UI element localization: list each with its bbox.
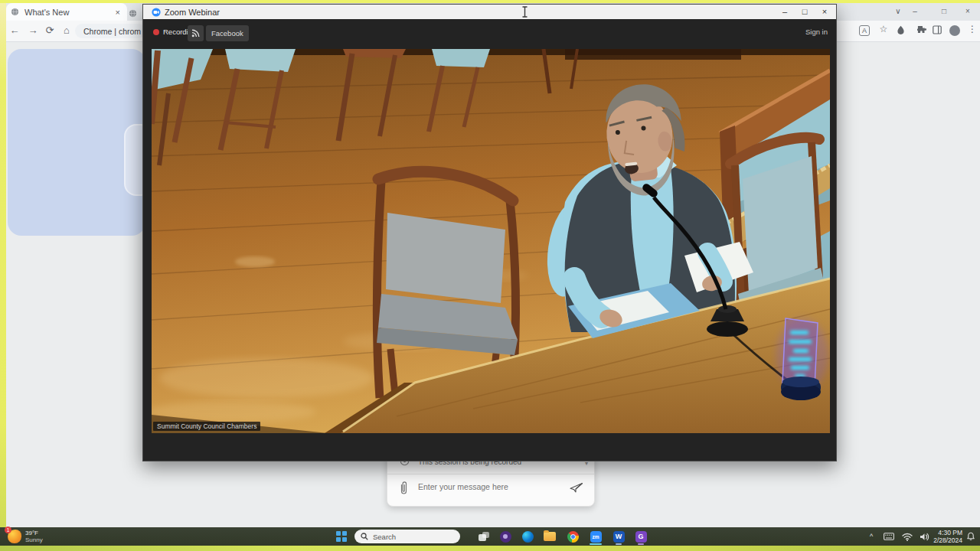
chrome-icon [567,531,579,543]
granicus-icon: G [635,531,647,543]
weather-badge: 1 [5,527,11,533]
search-placeholder: Search [373,533,396,541]
touch-keyboard-icon[interactable] [882,527,896,546]
word-open-underline [616,543,622,545]
notification-bell-icon[interactable] [965,527,977,546]
text-cursor-ibeam [521,6,528,18]
weather-temp: 39°F [25,530,43,536]
address-text: Chrome | chrom [83,27,141,36]
led-acrylic-sign [776,318,828,400]
bookmark-star-icon[interactable]: ☆ [876,24,891,34]
task-view-button[interactable] [475,527,493,546]
wifi-icon[interactable] [900,527,914,546]
capture-border-top [0,0,980,3]
video-location-caption: Summit County Council Chambers [153,422,260,431]
send-message-icon[interactable] [570,482,583,493]
forward-icon[interactable]: → [24,24,41,36]
tab-close-icon[interactable]: × [113,8,122,17]
taskbar-edge[interactable] [518,527,537,546]
back-icon[interactable]: ← [6,24,23,36]
taskbar-granicus[interactable]: G [632,527,650,546]
file-explorer-icon [544,532,556,541]
recording-dot-icon [153,29,159,35]
reader-mode-icon[interactable]: A [859,25,870,36]
taskbar-search-box[interactable]: Search [354,530,460,543]
reload-icon[interactable]: ⟳ [41,24,58,36]
windows-logo-icon [336,531,347,542]
tab2-favicon-globe-icon [129,9,137,18]
clock-time: 4:30 PM [938,529,962,536]
facebook-stream-button[interactable]: Facebook [206,25,249,41]
word-icon: W [613,531,625,543]
address-bar[interactable]: Chrome | chrom [75,24,145,38]
extensions-puzzle-icon[interactable] [917,25,933,34]
zoom-title-bar[interactable]: Zoom Webinar [143,5,836,19]
tray-chevron-up-icon[interactable]: ^ [865,527,877,546]
weather-sun-icon: 1 [8,530,21,543]
zoom-close-icon[interactable]: × [815,5,835,19]
taskbar-chrome[interactable] [564,527,582,546]
clock-date: 2/28/2024 [933,536,962,544]
zoom-taskbar-icon: zm [590,531,602,543]
side-panel-icon[interactable] [933,25,948,34]
browser-close-icon[interactable]: × [961,7,975,15]
zoom-window-title: Zoom Webinar [165,8,220,17]
webinar-video-frame: Summit County Council Chambers [152,49,830,433]
volume-icon[interactable] [917,527,931,546]
chat-input-row [387,474,594,505]
browser-restore-icon[interactable]: □ [937,7,951,15]
search-icon [361,533,368,540]
zoom-app-icon [152,8,161,17]
weather-condition: Sunny [25,536,43,543]
profile-avatar[interactable] [949,25,960,36]
capture-border-bottom [0,546,980,551]
taskbar-file-explorer[interactable] [541,527,559,546]
windows-taskbar: 1 39°F Sunny Search [0,527,980,546]
browser-minimize-icon[interactable]: – [908,7,922,15]
tab-favicon-globe-icon [11,8,19,16]
attach-paperclip-icon[interactable] [399,481,409,496]
zoom-maximize-icon[interactable]: □ [795,5,815,19]
tab-title: What's New [24,8,113,17]
browser-chevron-icon[interactable]: ∨ [891,7,905,15]
zoom-webinar-window: Zoom Webinar – □ × Recording Facebook Si… [142,4,837,461]
edge-icon [522,531,534,543]
livestream-rss-icon[interactable] [188,25,204,41]
taskbar-zoom[interactable]: zm [586,527,605,546]
task-view-icon [479,532,489,541]
browser-menu-icon[interactable]: ⋮ [965,24,980,34]
weather-widget[interactable]: 1 39°F Sunny [8,527,43,546]
taskbar-camera-app[interactable] [496,527,514,546]
camera-app-icon [500,531,511,543]
browser-tab-whats-new[interactable]: What's New × [6,3,127,21]
taskbar-clock[interactable]: 4:30 PM 2/28/2024 [933,527,962,546]
taskbar-word[interactable]: W [609,527,628,546]
council-chamber-scene [152,49,830,433]
password-drop-icon[interactable] [897,25,912,34]
capture-border-left [0,3,6,528]
zoom-active-underline [590,543,602,545]
captured-screen: What's New × ← → ⟳ ⌂ Chrome | chrom ∨ – … [0,0,980,551]
start-button[interactable] [333,527,350,546]
chat-message-input[interactable] [416,481,550,492]
sign-in-link[interactable]: Sign in [805,28,828,36]
granicus-open-underline [638,543,644,545]
home-icon[interactable]: ⌂ [58,24,75,36]
zoom-minimize-icon[interactable]: – [775,5,795,19]
